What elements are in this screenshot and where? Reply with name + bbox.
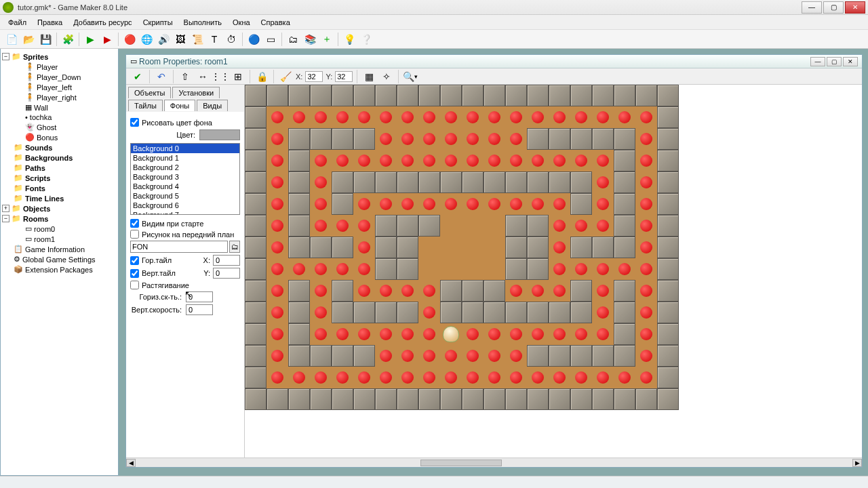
bonus-dot[interactable] (614, 258, 635, 280)
wall-tile[interactable] (245, 323, 267, 345)
bonus-dot[interactable] (397, 367, 418, 388)
wall-tile[interactable] (570, 280, 592, 302)
bonus-dot[interactable] (440, 128, 462, 150)
wall-tile[interactable] (397, 388, 418, 410)
wall-tile[interactable] (375, 215, 397, 237)
wall-tile[interactable] (527, 345, 549, 367)
snap-x-input[interactable]: 32 (305, 71, 323, 82)
bonus-dot[interactable] (353, 237, 375, 258)
bonus-dot[interactable] (462, 150, 484, 171)
wall-tile[interactable] (245, 388, 267, 410)
clear-button[interactable]: 🧹 (278, 69, 293, 84)
bonus-dot[interactable] (527, 280, 549, 302)
bonus-dot[interactable] (440, 106, 462, 128)
wall-tile[interactable] (614, 345, 635, 367)
wall-tile[interactable] (549, 85, 570, 106)
htile-x-input[interactable] (213, 255, 240, 266)
htile-checkbox[interactable] (130, 256, 139, 265)
object-icon[interactable]: 🔵 (246, 32, 261, 47)
bonus-dot[interactable] (440, 345, 462, 367)
room-close-button[interactable]: ✕ (843, 57, 858, 66)
wall-tile[interactable] (592, 345, 614, 367)
wall-tile[interactable] (614, 388, 635, 410)
wall-tile[interactable] (332, 280, 353, 302)
wall-tile[interactable] (549, 128, 570, 150)
bonus-dot[interactable] (353, 106, 375, 128)
bonus-dot[interactable] (484, 150, 505, 171)
bonus-dot[interactable] (267, 128, 288, 150)
bonus-dot[interactable] (375, 106, 397, 128)
color-swatch[interactable] (199, 129, 240, 140)
wall-tile[interactable] (614, 237, 635, 258)
wall-tile[interactable] (288, 388, 310, 410)
wall-tile[interactable] (505, 237, 527, 258)
resource-tree[interactable]: −📁Sprites 🧍Player🧍Player_Down🧍Player_lef… (0, 49, 119, 476)
new-button[interactable]: 📄 (4, 32, 19, 47)
grid-button[interactable]: ▦ (361, 69, 376, 84)
wall-tile[interactable] (245, 215, 267, 237)
bonus-dot[interactable] (332, 323, 353, 345)
wall-tile[interactable] (353, 388, 375, 410)
bonus-dot[interactable] (549, 280, 570, 302)
wall-tile[interactable] (549, 171, 570, 193)
bg-list-item[interactable]: Background 4 (131, 182, 239, 191)
bonus-dot[interactable] (267, 171, 288, 193)
wall-tile[interactable] (570, 85, 592, 106)
bonus-dot[interactable] (635, 302, 657, 323)
bonus-dot[interactable] (570, 323, 592, 345)
bonus-dot[interactable] (592, 171, 614, 193)
wall-tile[interactable] (310, 128, 332, 150)
wall-tile[interactable] (592, 237, 614, 258)
bonus-dot[interactable] (635, 323, 657, 345)
tree-item-sprite[interactable]: •tochka (2, 113, 117, 122)
wall-tile[interactable] (462, 171, 484, 193)
wall-tile[interactable] (614, 150, 635, 171)
bonus-dot[interactable] (267, 258, 288, 280)
wall-tile[interactable] (462, 302, 484, 323)
snap-y-input[interactable]: 32 (335, 71, 353, 82)
timeline-icon[interactable]: ⏱ (224, 32, 239, 47)
bonus-dot[interactable] (397, 128, 418, 150)
wall-tile[interactable] (288, 193, 310, 215)
wall-tile[interactable] (245, 237, 267, 258)
wall-tile[interactable] (527, 128, 549, 150)
wall-tile[interactable] (570, 388, 592, 410)
wall-tile[interactable] (462, 388, 484, 410)
wall-tile[interactable] (375, 171, 397, 193)
bonus-dot[interactable] (527, 150, 549, 171)
wall-tile[interactable] (657, 323, 679, 345)
wall-tile[interactable] (592, 388, 614, 410)
draw-bgcolor-checkbox[interactable] (130, 118, 139, 127)
wall-tile[interactable] (657, 345, 679, 367)
bonus-dot[interactable] (592, 302, 614, 323)
wall-tile[interactable] (245, 106, 267, 128)
wall-tile[interactable] (657, 85, 679, 106)
bg-list-item[interactable]: Background 0 (131, 144, 239, 153)
bonus-dot[interactable] (375, 345, 397, 367)
bonus-dot[interactable] (310, 106, 332, 128)
bonus-dot[interactable] (418, 106, 440, 128)
wall-tile[interactable] (267, 388, 288, 410)
room-hscroll[interactable]: ◀ ▶ (126, 458, 862, 467)
tree-toggle[interactable]: + (2, 205, 9, 212)
wall-tile[interactable] (614, 128, 635, 150)
wall-tile[interactable] (375, 258, 397, 280)
wall-tile[interactable] (288, 85, 310, 106)
player-sprite[interactable] (440, 323, 462, 345)
wall-tile[interactable] (527, 388, 549, 410)
bg-list-item[interactable]: Background 3 (131, 172, 239, 182)
bonus-dot[interactable] (635, 215, 657, 237)
wall-tile[interactable] (418, 171, 440, 193)
snap-button[interactable]: ⋮⋮ (213, 69, 228, 84)
wall-tile[interactable] (440, 280, 462, 302)
bonus-dot[interactable] (310, 323, 332, 345)
room-minimize-button[interactable]: — (810, 57, 825, 66)
wall-tile[interactable] (245, 193, 267, 215)
menu-edit[interactable]: Правка (32, 17, 68, 28)
wall-tile[interactable] (288, 237, 310, 258)
bonus-dot[interactable] (570, 258, 592, 280)
wall-tile[interactable] (614, 323, 635, 345)
menu-windows[interactable]: Окна (227, 17, 256, 28)
wall-tile[interactable] (288, 280, 310, 302)
bonus-dot[interactable] (353, 193, 375, 215)
